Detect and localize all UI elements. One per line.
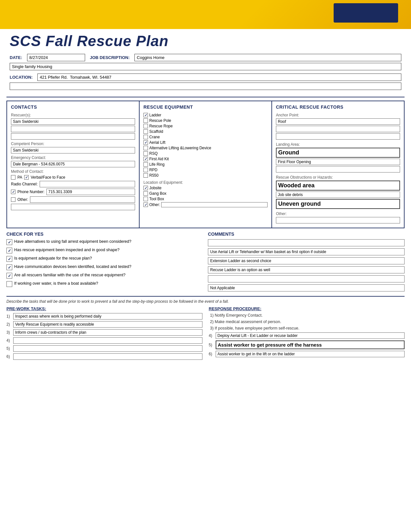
jobsite-checkbox[interactable]: ✓ [143,186,148,190]
first-aid-checkbox[interactable]: ✓ [143,157,148,161]
landing3-input[interactable] [276,166,400,172]
phone-checkbox[interactable]: ✓ [11,190,15,194]
competent-input[interactable] [11,147,135,153]
scaffold-checkbox[interactable] [143,129,148,134]
pa-label: PA [17,175,22,180]
check5-text: Are all rescuers familiar with the use o… [14,273,125,277]
bottom-divider [6,296,405,297]
comment4-input[interactable] [208,266,405,273]
other-checkbox[interactable] [11,197,15,202]
check5-box[interactable]: ✓ [6,273,12,279]
prework4-input[interactable] [13,337,202,344]
comment5-input[interactable] [208,275,405,282]
prework-header: PRE-WORK TASKS: [6,306,202,311]
anchor1-input[interactable] [276,118,400,125]
response-text-1: 1) Notify Emergency Contact. [209,313,405,318]
check1-box[interactable]: ✓ [6,239,12,245]
landing2-input[interactable] [276,159,400,165]
loc-other-checkbox[interactable]: ✓ [143,202,148,207]
equip-first-aid: ✓ First Aid Kit [143,157,268,161]
date-input[interactable] [27,54,85,61]
equip-crane: Crane [143,135,268,139]
factors-column: CRITICAL RESCUE FACTORS Anchor Point: La… [272,101,404,228]
phone-row: ✓ Phone Number: [11,189,135,195]
rescuers-label: Rescuer(s): [11,113,135,117]
gangbox-checkbox[interactable] [143,191,148,196]
verbal-checkbox[interactable]: ✓ [24,175,29,180]
job-desc-input[interactable] [134,54,401,61]
job-type-input[interactable] [10,63,401,70]
location-input[interactable] [37,74,401,81]
loc-gangbox: Gang Box [143,191,268,196]
check3-box[interactable]: ✓ [6,256,12,262]
comment6-input[interactable] [208,284,405,291]
anchor2-input[interactable] [276,126,400,132]
ladder-checkbox[interactable]: ✓ [143,113,148,117]
response-row-4: 4) [209,332,405,339]
obstruction3-input[interactable] [276,199,400,209]
check3-text: Is equipment adequate for the rescue pla… [14,256,92,261]
rescuer1-input[interactable] [11,118,135,125]
anchor3-input[interactable] [276,133,400,140]
prework6-input[interactable] [13,353,202,360]
landing1-input[interactable] [276,148,400,158]
check-col: CHECK FOR YES ✓ Have alternatives to usi… [6,232,203,293]
loc-other-input[interactable] [161,202,268,207]
emergency-label: Emergency Contact: [11,155,135,160]
top-form: DATE: JOB DESCRIPTION: LOCATION: [0,51,411,94]
life-ring-checkbox[interactable] [143,162,148,167]
extra-input[interactable] [10,83,401,90]
check2-box[interactable]: ✓ [6,248,12,253]
rsq-checkbox[interactable] [143,151,148,156]
location-label: LOCATION: [10,75,33,80]
rescuer3-input[interactable] [11,133,135,140]
rescue-rope-checkbox[interactable] [143,124,148,128]
header-logo-box [334,3,398,23]
response-row-6: 6) [209,351,405,357]
toolbox-checkbox[interactable] [143,197,148,201]
prework-row-1: 1) [6,313,202,320]
response4-input[interactable] [216,332,405,339]
comment1-input[interactable] [208,239,405,246]
anchor-label: Anchor Point: [276,113,400,117]
obstructions-label: Rescue Obstructions or Hazards: [276,175,400,180]
emergency-input[interactable] [11,161,135,167]
other-text-input[interactable] [11,204,135,210]
check6-box[interactable] [6,281,12,287]
comment2-input[interactable] [208,248,405,255]
equipment-header: RESCUE EQUIPMENT [143,104,268,110]
other-input[interactable] [30,196,135,203]
verbal-checkmark: ✓ [25,175,28,180]
obstruction2-input[interactable] [276,192,400,198]
prework5-input[interactable] [13,345,202,352]
alt-lifting-checkbox[interactable] [143,146,148,150]
obstruction1-input[interactable] [276,181,400,191]
pa-checkbox[interactable] [11,175,15,180]
radio-input[interactable] [40,181,135,187]
rescue-pole-checkbox[interactable] [143,118,148,123]
check-comments-section: CHECK FOR YES ✓ Have alternatives to usi… [6,232,405,293]
aerial-lift-checkbox[interactable]: ✓ [143,140,148,145]
check4-box[interactable]: ✓ [6,264,12,270]
landing-label: Landing Area: [276,142,400,147]
rescuer2-input[interactable] [11,126,135,132]
comment3-input[interactable] [208,257,405,264]
prework1-input[interactable] [13,313,202,320]
response5-input[interactable] [216,340,405,349]
prework3-input[interactable] [13,329,202,336]
bottom-section: Describe the tasks that will be done pri… [6,299,405,361]
equip-life-ring: Life Ring [143,162,268,167]
response-text-2: 2) Make medical assessment of person. [209,320,405,324]
check-header: CHECK FOR YES [6,232,203,237]
comments-col: COMMENTS [208,232,405,293]
rpd-checkbox[interactable] [143,168,148,172]
r550-checkbox[interactable] [143,173,148,178]
date-label: DATE: [10,55,22,60]
crane-checkbox[interactable] [143,135,148,139]
phone-input[interactable] [46,189,135,195]
prework2-input[interactable] [13,321,202,328]
loc-toolbox: Tool Box [143,197,268,201]
other-factor-input[interactable] [276,217,400,223]
response6-input[interactable] [216,351,405,357]
equip-alt-lifting: Alternative Lifting &Lowering Device [143,146,268,150]
